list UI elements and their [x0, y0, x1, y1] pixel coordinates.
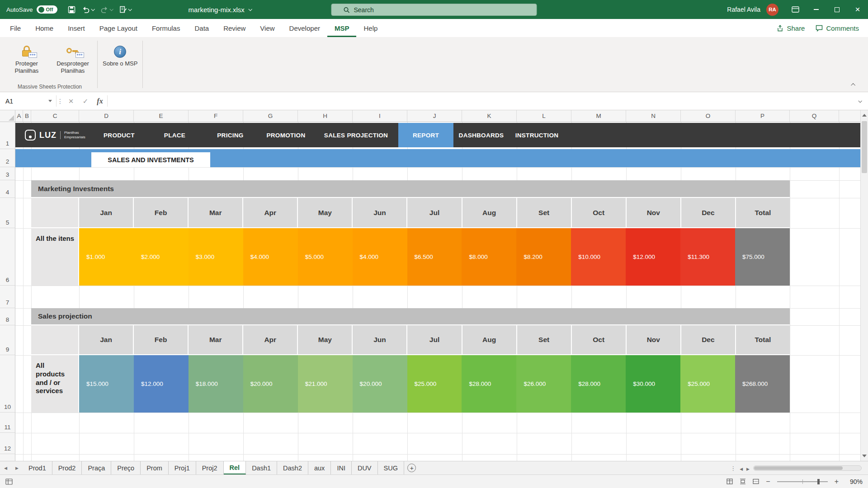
redo-dropdown-icon[interactable]	[109, 7, 113, 11]
sheet-tab[interactable]: INI	[331, 461, 352, 474]
vertical-scrollbar[interactable]	[860, 110, 868, 461]
value-cell[interactable]: $20.000	[353, 355, 407, 413]
nav-item[interactable]: PRICING	[203, 123, 258, 147]
vertical-scroll-thumb[interactable]	[862, 121, 867, 173]
month-header-cell[interactable]: Jul	[407, 325, 462, 354]
row-header-5[interactable]: 5	[0, 198, 15, 228]
value-cell[interactable]: $10.000	[571, 228, 626, 286]
month-header-cell[interactable]: Set	[517, 198, 572, 227]
month-header-cell[interactable]: Aug	[462, 325, 517, 354]
row-header-1[interactable]: 1	[0, 122, 15, 149]
scroll-left-icon[interactable]	[740, 464, 743, 472]
ribbon-tab[interactable]: Formulas	[145, 20, 188, 37]
quick-access-dropdown-icon[interactable]	[128, 7, 132, 11]
column-header-A[interactable]: A	[15, 110, 23, 122]
insert-function-button[interactable]: fx	[93, 92, 107, 110]
row-header-10[interactable]: 10	[0, 355, 15, 413]
month-header-cell[interactable]: Apr	[243, 325, 298, 354]
value-cell[interactable]: $28.000	[571, 355, 626, 413]
sheet-tab[interactable]: Dash2	[277, 461, 308, 474]
value-cell[interactable]: $12.000	[626, 228, 680, 286]
ribbon-tab[interactable]: File	[3, 20, 28, 37]
month-header-cell[interactable]: Feb	[134, 198, 189, 227]
horizontal-scrollbar[interactable]	[730, 461, 868, 474]
nav-item[interactable]: PROMOTION	[258, 123, 314, 147]
month-header-cell[interactable]: Set	[517, 325, 572, 354]
nav-item[interactable]: PRODUCT	[91, 123, 147, 147]
undo-button[interactable]	[79, 3, 97, 16]
ribbon-tab[interactable]: Home	[28, 20, 61, 37]
value-cell[interactable]: $21.000	[298, 355, 353, 413]
value-cell[interactable]: $268.000	[735, 355, 790, 413]
cancel-icon[interactable]	[64, 92, 78, 110]
ribbon-tab[interactable]: Data	[187, 20, 216, 37]
ribbon-tab[interactable]: Help	[356, 20, 385, 37]
value-cell[interactable]: $3.000	[189, 228, 243, 286]
nav-item[interactable]: PLACE	[147, 123, 203, 147]
value-cell[interactable]: $11.300	[680, 228, 735, 286]
value-cell[interactable]: $4.000	[353, 228, 407, 286]
row-label-cell[interactable]: All products and / or services	[31, 355, 79, 413]
horizontal-scroll-track[interactable]	[753, 465, 862, 471]
column-header-B[interactable]: B	[23, 110, 31, 122]
value-cell[interactable]: $26.000	[516, 355, 571, 413]
column-header-E[interactable]: E	[134, 110, 189, 122]
month-header-cell[interactable]: Dec	[681, 325, 736, 354]
sheet-tab[interactable]: Prom	[141, 461, 169, 474]
desproteger-planilhas-button[interactable]: Desproteger Planilhas	[50, 40, 96, 82]
zoom-thumb[interactable]	[817, 479, 820, 484]
scroll-right-icon[interactable]	[746, 464, 750, 472]
value-cell[interactable]: $20.000	[243, 355, 298, 413]
value-cell[interactable]: $25.000	[407, 355, 462, 413]
formula-input[interactable]	[108, 92, 852, 110]
month-header-cell[interactable]: Jun	[353, 325, 407, 354]
value-cell[interactable]: $6.500	[407, 228, 462, 286]
formula-bar-handle[interactable]	[57, 92, 64, 110]
column-header-H[interactable]: H	[298, 110, 353, 122]
ribbon-tab[interactable]: Insert	[61, 20, 92, 37]
autosave-control[interactable]: AutoSave Off	[6, 5, 57, 14]
sheet-tab[interactable]: Proj1	[169, 461, 196, 474]
row-header-4[interactable]: 4	[0, 180, 15, 198]
normal-view-button[interactable]	[726, 479, 733, 484]
column-header-O[interactable]: O	[681, 110, 736, 122]
maximize-button[interactable]	[826, 0, 847, 19]
column-header-J[interactable]: J	[407, 110, 462, 122]
save-button[interactable]	[65, 3, 79, 16]
avatar[interactable]: RA	[766, 4, 778, 16]
row-header-2[interactable]: 2	[0, 149, 15, 167]
column-header-L[interactable]: L	[517, 110, 571, 122]
search-bar[interactable]: Search	[331, 4, 537, 16]
ribbon-tab[interactable]: Review	[216, 20, 253, 37]
redo-button[interactable]	[97, 3, 116, 16]
column-header-G[interactable]: G	[243, 110, 298, 122]
collapse-ribbon-button[interactable]	[849, 81, 858, 88]
row-header-9[interactable]: 9	[0, 325, 15, 355]
column-header-F[interactable]: F	[189, 110, 243, 122]
sheet-tab[interactable]: Dash1	[246, 461, 277, 474]
zoom-in-button[interactable]	[835, 478, 839, 485]
value-cell[interactable]: $28.000	[462, 355, 516, 413]
sheet-nav-right-arrow[interactable]	[11, 461, 23, 474]
row-header-6[interactable]: 6	[0, 228, 15, 286]
zoom-level[interactable]: 90%	[845, 478, 863, 485]
ribbon-tab[interactable]: Page Layout	[92, 20, 145, 37]
sheet-tab[interactable]: Prod2	[52, 461, 82, 474]
scrollbar-resize-handle[interactable]	[730, 464, 736, 472]
ribbon-display-options-button[interactable]	[785, 0, 806, 19]
row-header-7[interactable]: 7	[0, 286, 15, 308]
undo-dropdown-icon[interactable]	[91, 7, 94, 11]
sheet-tab[interactable]: SUG	[378, 461, 404, 474]
scroll-down-icon[interactable]	[862, 455, 867, 457]
ribbon-tab[interactable]: Developer	[282, 20, 327, 37]
name-box[interactable]: A1	[0, 92, 56, 110]
nav-item[interactable]: SALES PROJECTION	[314, 123, 398, 147]
column-header-N[interactable]: N	[626, 110, 681, 122]
ribbon-tab[interactable]: MSP	[327, 20, 357, 37]
select-all-corner[interactable]	[0, 110, 15, 122]
nav-item[interactable]: INSTRUCTION	[509, 123, 565, 147]
new-sheet-button[interactable]: +	[404, 461, 420, 474]
nav-item[interactable]: DASHBOARDS	[453, 123, 509, 147]
horizontal-scroll-thumb[interactable]	[754, 466, 843, 470]
month-header-cell[interactable]: Aug	[462, 198, 517, 227]
